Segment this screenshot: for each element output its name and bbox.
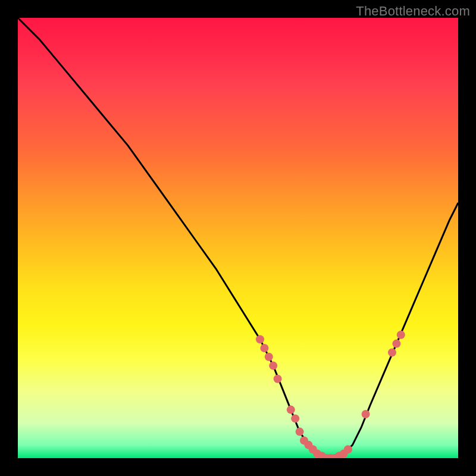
data-point bbox=[291, 414, 299, 422]
data-point bbox=[344, 445, 352, 453]
data-point bbox=[392, 340, 400, 348]
data-points bbox=[256, 331, 405, 458]
data-point bbox=[265, 353, 273, 361]
bottleneck-curve bbox=[18, 18, 458, 458]
watermark-text: TheBottleneck.com bbox=[356, 4, 470, 19]
curve-layer bbox=[18, 18, 458, 458]
data-point bbox=[269, 362, 277, 370]
data-point bbox=[260, 344, 268, 352]
plot-area bbox=[18, 18, 458, 458]
data-point bbox=[388, 348, 396, 356]
data-point bbox=[296, 428, 304, 436]
data-point bbox=[256, 335, 264, 343]
data-point bbox=[362, 410, 370, 418]
data-point bbox=[287, 406, 295, 414]
data-point bbox=[397, 331, 405, 339]
data-point bbox=[274, 375, 282, 383]
chart-container: TheBottleneck.com bbox=[0, 0, 476, 476]
